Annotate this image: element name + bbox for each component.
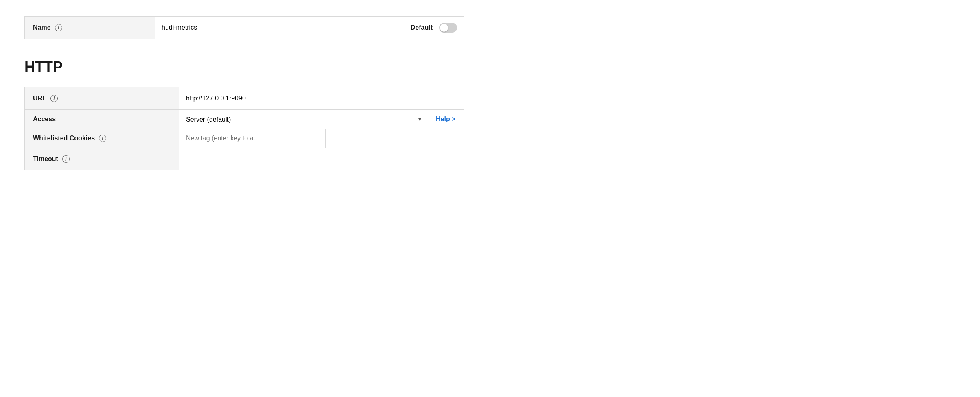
http-section: HTTP URL i Access Server (default) Brows… (24, 59, 464, 170)
section-title: HTTP (24, 59, 464, 76)
access-row: Access Server (default) Browser Proxy ▾ … (24, 110, 464, 129)
cookies-row: Whitelisted Cookies i (24, 129, 464, 148)
url-label: URL (33, 95, 46, 102)
url-row: URL i (24, 87, 464, 110)
help-arrow-icon: > (452, 116, 455, 123)
cookies-info-icon[interactable]: i (99, 135, 106, 142)
name-row: Name i Default (24, 16, 464, 39)
timeout-label: Timeout (33, 155, 58, 163)
timeout-input[interactable] (179, 148, 464, 170)
access-value-cell: Server (default) Browser Proxy ▾ Help > (179, 110, 464, 129)
access-label-cell: Access (24, 110, 179, 129)
access-select-wrapper: Server (default) Browser Proxy ▾ (179, 110, 428, 129)
name-input[interactable] (155, 17, 404, 39)
access-label: Access (33, 116, 56, 123)
help-label: Help (436, 116, 450, 123)
cookies-input[interactable] (179, 129, 325, 148)
name-value-cell (155, 16, 404, 39)
default-section: Default (404, 16, 464, 39)
name-label: Name (33, 24, 51, 31)
cookies-label-cell: Whitelisted Cookies i (24, 129, 179, 148)
cookies-value-cell (179, 129, 326, 148)
cookies-label: Whitelisted Cookies (33, 135, 95, 142)
name-label-cell: Name i (24, 16, 155, 39)
timeout-info-icon[interactable]: i (62, 155, 70, 163)
default-label: Default (411, 24, 433, 31)
url-label-cell: URL i (24, 87, 179, 110)
timeout-value-cell (179, 148, 464, 170)
timeout-row: Timeout i (24, 148, 464, 170)
access-select[interactable]: Server (default) Browser Proxy (179, 110, 428, 129)
timeout-label-cell: Timeout i (24, 148, 179, 170)
url-value-cell (179, 87, 464, 110)
url-info-icon[interactable]: i (50, 95, 58, 102)
default-toggle[interactable] (439, 23, 457, 33)
help-link[interactable]: Help > (428, 116, 464, 123)
url-input[interactable] (179, 87, 464, 109)
name-info-icon[interactable]: i (55, 24, 62, 31)
